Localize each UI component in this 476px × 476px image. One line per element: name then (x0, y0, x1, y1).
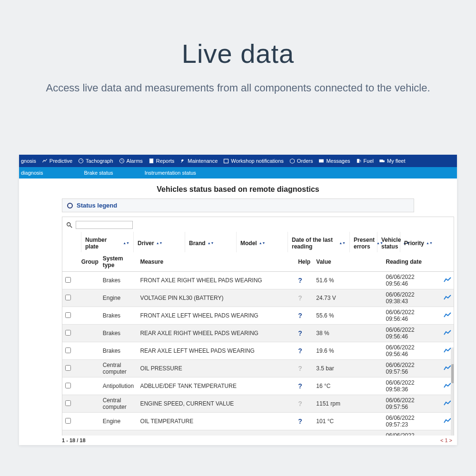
sort-icon: ▲▼ (339, 242, 346, 244)
col-brand[interactable]: Brand▲▼ (185, 232, 237, 255)
cell-value: 3.5 bar (313, 360, 383, 377)
col-present-errors[interactable]: Present errors▲▼ (350, 232, 377, 255)
cell-group (79, 289, 100, 307)
sort-icon: ▲▼ (156, 242, 163, 244)
document-icon (149, 158, 154, 164)
cell-value: 55.6 % (313, 307, 383, 325)
row-checkbox[interactable] (65, 383, 71, 388)
search-icon (66, 222, 73, 228)
subnav-diagnosis[interactable]: diagnosis (19, 170, 56, 176)
row-checkbox[interactable] (65, 347, 71, 353)
nav-item-myfleet[interactable]: My fleet (377, 158, 408, 164)
nav-label: Maintenance (188, 158, 218, 164)
nav-item-gnosis[interactable]: gnosis (20, 158, 39, 164)
svg-rect-3 (224, 159, 228, 163)
cell-reading-date: 06/06/2022 09:58:36 (383, 377, 441, 395)
cell-system-type: Antipollution (100, 377, 138, 395)
row-checkbox[interactable] (65, 277, 71, 283)
nav-item-reports[interactable]: Reports (146, 158, 178, 164)
col-date-last-reading[interactable]: Date of the last reading▲▼ (288, 232, 350, 255)
row-checkbox[interactable] (65, 418, 71, 424)
th-measure: Measure (137, 252, 295, 272)
chart-icon[interactable] (444, 418, 451, 425)
cell-measure: REAR AXLE RIGHT WHEEL PADS WEARING (137, 325, 295, 342)
help-icon[interactable]: ? (298, 400, 302, 407)
nav-item-tachograph[interactable]: Tachograph (75, 158, 116, 164)
truck-icon (379, 158, 385, 164)
pagination-range: 1 - 18 / 18 (62, 437, 86, 443)
nav-item-fuel[interactable]: Fuel (353, 158, 377, 164)
cell-reading-date: 06/06/2022 09:56:46 (383, 342, 441, 360)
subnav-brake-status[interactable]: Brake status (80, 170, 126, 176)
cell-system-type: Engine (100, 430, 138, 436)
cell-measure: REAR AXLE LEFT WHEEL PADS WEARING (137, 342, 295, 360)
sub-nav: diagnosis Brake status Instrumentation s… (19, 167, 457, 178)
cell-group (79, 413, 100, 430)
cell-value: 90 °C (313, 430, 383, 436)
nav-item-workshop[interactable]: Workshop notifications (220, 158, 286, 164)
chart-icon[interactable] (444, 278, 451, 284)
col-driver[interactable]: Driver▲▼ (134, 232, 185, 255)
cell-value: 38 % (313, 325, 383, 342)
help-icon[interactable]: ? (298, 382, 302, 390)
cell-value: 24.73 V (313, 289, 383, 307)
help-icon[interactable]: ? (298, 277, 302, 284)
nav-item-orders[interactable]: Orders (287, 158, 316, 164)
help-icon[interactable]: ? (298, 347, 302, 355)
status-legend-link[interactable]: Status legend (77, 202, 117, 209)
table-row: EngineVOLTAGE PIN KL30 (BATTERY)?24.73 V… (62, 289, 454, 307)
outer-table-header: Number plate▲▼ Driver▲▼ Brand▲▼ Model▲▼ … (62, 232, 454, 255)
row-checkbox[interactable] (65, 400, 71, 406)
col-number-plate[interactable]: Number plate▲▼ (81, 232, 134, 255)
search-input[interactable] (76, 221, 133, 229)
cell-measure: FRONT AXLE LEFT WHEEL PADS WEARING (137, 307, 295, 325)
cell-measure: FRONT AXLE RIGHT WHEEL PADS WEARING (137, 272, 295, 289)
row-checkbox[interactable] (65, 365, 71, 371)
pagination-nav[interactable]: < 1 > (440, 437, 452, 443)
row-checkbox[interactable] (65, 295, 71, 300)
chart-icon[interactable] (444, 401, 451, 407)
cell-system-type: Brakes (100, 307, 138, 325)
scrollbar-thumb[interactable] (451, 364, 454, 383)
nav-item-alarms[interactable]: Alarms (116, 158, 146, 164)
help-icon[interactable]: ? (298, 417, 302, 425)
chart-icon[interactable] (444, 313, 451, 319)
row-checkbox[interactable] (65, 312, 71, 318)
chart-icon[interactable] (444, 366, 451, 372)
expand-circle-icon (67, 203, 73, 208)
help-icon[interactable]: ? (298, 294, 302, 302)
nav-item-messages[interactable]: Messages (316, 158, 353, 164)
cell-measure: COOLANT TEMPERATURE AFTER THE COOLANT PU… (137, 430, 295, 436)
cell-value: 19.6 % (313, 342, 383, 360)
chart-icon[interactable] (444, 330, 451, 337)
svg-rect-6 (380, 160, 383, 162)
chart-icon[interactable] (444, 383, 451, 390)
help-icon[interactable]: ? (298, 365, 302, 372)
cell-group (79, 430, 100, 436)
help-icon[interactable]: ? (298, 435, 302, 436)
scrollbar-track[interactable] (451, 347, 454, 436)
row-checkbox[interactable] (65, 330, 71, 336)
nav-item-maintenance[interactable]: Maintenance (177, 158, 220, 164)
box-icon (289, 158, 295, 164)
chart-icon[interactable] (444, 348, 451, 355)
nav-label: Alarms (127, 158, 143, 164)
chart-icon[interactable] (444, 295, 451, 302)
help-icon[interactable]: ? (298, 329, 302, 337)
hero-title: Live data (0, 38, 476, 69)
cell-reading-date: 06/06/2022 09:56:46 (383, 325, 441, 342)
legend-bar[interactable]: Status legend (62, 198, 414, 212)
th-value: Value (313, 252, 383, 272)
col-vehicle-status[interactable]: Vehicle status▲▼ (377, 232, 400, 255)
cell-reading-date: 06/06/2022 09:57:56 (383, 395, 441, 413)
help-icon[interactable]: ? (298, 312, 302, 319)
subnav-instrumentation-status[interactable]: Instrumentation status (141, 170, 209, 176)
table-row: BrakesREAR AXLE RIGHT WHEEL PADS WEARING… (62, 325, 454, 342)
nav-item-predictive[interactable]: Predictive (39, 158, 75, 164)
row-checkbox[interactable] (65, 436, 71, 436)
col-model[interactable]: Model▲▼ (237, 232, 288, 255)
col-priority[interactable]: Priority▲▼ (400, 232, 429, 255)
cell-system-type: Brakes (100, 325, 138, 342)
calendar-icon (223, 158, 229, 164)
th-system-type: System type (100, 252, 138, 272)
